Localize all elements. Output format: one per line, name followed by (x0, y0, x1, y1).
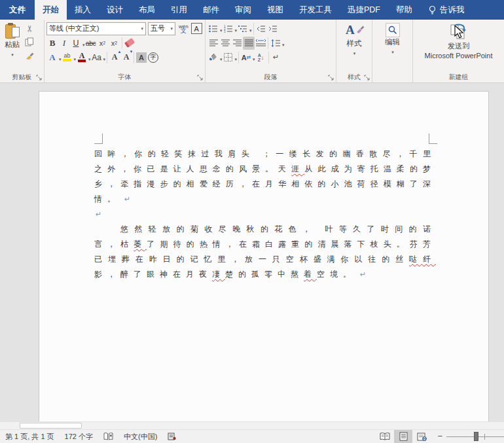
multilevel-list-button[interactable] (237, 22, 249, 35)
font-group: 等线 (中文正文)▾ 五号▾ wén 文 A B I U a (45, 20, 206, 82)
bold-button[interactable]: B (46, 37, 58, 50)
justify-button[interactable] (243, 37, 255, 50)
font-name-select[interactable]: 等线 (中文正文)▾ (46, 22, 146, 35)
character-shading-button[interactable]: A (135, 51, 147, 64)
print-layout-view-button[interactable] (394, 430, 412, 443)
zoom-slider-handle[interactable] (474, 432, 478, 441)
phonetic-guide-button[interactable]: wén 文 (179, 24, 189, 33)
read-mode-icon (380, 433, 390, 440)
word-count-indicator[interactable]: 172 个字 (60, 432, 98, 442)
format-painter-button[interactable] (24, 49, 35, 62)
numbering-button[interactable]: 123 (223, 22, 234, 35)
paste-button[interactable]: 粘贴 (2, 22, 22, 62)
tab-help[interactable]: 帮助 (388, 0, 420, 20)
font-color-dropdown[interactable] (88, 52, 91, 63)
paragraph-1[interactable]: 回眸，你的轻笑抹过我肩头 ；一缕长发的幽香散尽，千里之外，你已是让人思念的风景。… (94, 147, 436, 207)
distribute-button[interactable] (255, 37, 266, 50)
superscript-button[interactable]: x2 (109, 37, 120, 50)
page-number-indicator[interactable]: 第 1 页, 共 1 页 (0, 432, 60, 442)
line-spacing-button[interactable] (270, 37, 281, 50)
proofing-status[interactable] (98, 433, 118, 440)
text-effects-button[interactable]: A (46, 51, 58, 64)
change-case-button[interactable]: Aa (91, 51, 103, 64)
tab-references[interactable]: 引用 (163, 0, 195, 20)
underline-dropdown[interactable] (82, 37, 85, 49)
clipboard-dialog-launcher[interactable] (36, 75, 43, 81)
tab-file[interactable]: 文件 (0, 0, 35, 20)
grow-font-button[interactable]: A▲ (109, 51, 120, 64)
empty-paragraph[interactable]: ↵ (94, 207, 436, 222)
paragraph-2[interactable]: 悠然轻放的菊收尽晚秋的花色， 叶等久了时间的诺言，枯萎了期待的热情，在霜白露重的… (94, 222, 436, 282)
tab-review[interactable]: 审阅 (227, 0, 259, 20)
phonetic-guide-hanzi: 文 (181, 29, 187, 33)
font-size-select[interactable]: 五号▾ (148, 22, 175, 35)
font-dialog-launcher[interactable] (197, 75, 204, 81)
align-right-button[interactable] (231, 37, 243, 50)
shading-dropdown[interactable] (219, 52, 223, 63)
tab-developer[interactable]: 开发工具 (291, 0, 340, 20)
text-highlight-button[interactable]: ab (62, 51, 73, 64)
decrease-indent-button[interactable] (255, 22, 267, 35)
bullets-button[interactable] (207, 22, 219, 35)
enclose-characters-button[interactable]: 字 (147, 51, 159, 64)
web-layout-view-button[interactable] (412, 430, 431, 443)
horizontal-scrollbar-thumb[interactable] (20, 423, 82, 429)
subscript-button[interactable]: x2 (97, 37, 109, 50)
cut-icon: ✂ (25, 25, 35, 32)
font-color-button[interactable]: A (76, 51, 88, 64)
read-mode-view-button[interactable] (376, 430, 394, 443)
underline-button[interactable]: U (70, 37, 82, 50)
cut-button[interactable]: ✂ (24, 22, 35, 35)
tab-layout[interactable]: 布局 (131, 0, 163, 20)
shading-button[interactable] (207, 51, 219, 64)
sort-button[interactable]: A Z ↓ (255, 51, 267, 64)
zoom-out-button[interactable]: − (431, 431, 446, 442)
send-to-powerpoint-button[interactable]: 发送到 Microsoft PowerPoint (415, 22, 502, 61)
copy-button[interactable] (24, 35, 35, 48)
tab-view[interactable]: 视图 (259, 0, 291, 20)
borders-dropdown[interactable] (234, 52, 238, 63)
tab-pdf-addin[interactable]: 迅捷PDF (340, 0, 388, 20)
tab-mailings[interactable]: 邮件 (195, 0, 227, 20)
increase-indent-button[interactable] (267, 22, 279, 35)
document-text[interactable]: 回眸，你的轻笑抹过我肩头 ；一缕长发的幽香散尽，千里之外，你已是让人思念的风景。… (94, 147, 436, 282)
margin-crop-mark-right (429, 133, 437, 144)
paint-bucket-icon (209, 53, 219, 62)
strikethrough-button[interactable]: abc (85, 37, 97, 50)
align-left-button[interactable] (207, 37, 219, 50)
line-spacing-dropdown[interactable] (281, 37, 285, 49)
italic-button[interactable]: I (58, 37, 70, 50)
borders-button[interactable] (223, 51, 234, 64)
shrink-font-button[interactable]: A▼ (120, 51, 132, 64)
show-hide-marks-button[interactable]: ↵ (270, 51, 282, 64)
horizontal-scrollbar[interactable] (0, 421, 504, 429)
character-border-button[interactable]: A (191, 23, 202, 34)
align-center-button[interactable] (219, 37, 231, 50)
styles-dialog-launcher[interactable] (364, 75, 370, 81)
tab-design[interactable]: 设计 (99, 0, 131, 20)
paste-dropdown[interactable] (10, 50, 14, 58)
align-right-icon (233, 39, 242, 46)
bullets-dropdown[interactable] (219, 23, 223, 35)
paragraph-group-label: 段落 (206, 73, 336, 82)
paragraph-dialog-launcher[interactable] (328, 75, 334, 81)
multilevel-list-dropdown[interactable] (249, 23, 252, 35)
change-case-dropdown[interactable] (103, 52, 106, 63)
asian-layout-dropdown[interactable] (252, 52, 255, 63)
styles-button[interactable]: A 样式 (338, 22, 370, 58)
macro-recording-button[interactable] (162, 433, 181, 440)
increase-indent-icon (268, 25, 278, 33)
editing-button[interactable]: 编辑 (374, 22, 410, 56)
document-page[interactable]: 回眸，你的轻笑抹过我肩头 ；一缕长发的幽香散尽，千里之外，你已是让人思念的风景。… (39, 91, 489, 421)
tab-home[interactable]: 开始 (35, 0, 67, 20)
text-effects-dropdown[interactable] (58, 52, 62, 63)
styles-dropdown[interactable] (353, 48, 356, 56)
asian-layout-button[interactable]: A⇄ (240, 51, 252, 64)
clear-formatting-button[interactable] (124, 37, 135, 50)
tell-me-box[interactable]: 告诉我 (420, 0, 473, 20)
web-layout-icon (417, 433, 427, 441)
zoom-slider[interactable] (446, 430, 504, 443)
tab-insert[interactable]: 插入 (67, 0, 99, 20)
editing-dropdown[interactable] (391, 47, 394, 55)
language-indicator[interactable]: 中文(中国) (118, 432, 162, 442)
